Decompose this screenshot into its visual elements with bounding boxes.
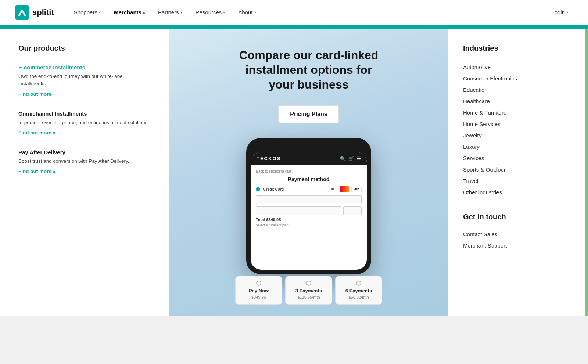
six-payments-radio	[356, 281, 361, 286]
payment-options: Pay Now $349.95 3 Payments $116.65/mth 6…	[235, 276, 382, 305]
chevron-icon: ▾	[223, 10, 225, 14]
industry-jewelry[interactable]: Jewelry	[463, 130, 570, 141]
pricing-plans-button[interactable]: Pricing Plans	[278, 105, 339, 123]
cart-icon: 🛒	[348, 156, 354, 161]
products-title: Our products	[18, 44, 150, 53]
chevron-icon: ▾	[254, 10, 256, 14]
pay-now-radio	[256, 281, 261, 286]
product-pay-after: Pay After Delivery Boost trust and conve…	[18, 149, 150, 174]
nav-merchants[interactable]: Merchants ▴	[109, 6, 150, 18]
card-logos: PP VISA	[328, 186, 362, 192]
mastercard-logo	[340, 186, 350, 192]
three-payments-sub: $116.65/mth	[297, 295, 320, 299]
phone-notch	[290, 143, 327, 150]
chevron-icon: ▾	[99, 10, 101, 14]
six-payments-sub: $58.32/mth	[348, 295, 369, 299]
contact-list: Contact Sales Merchant Support	[463, 228, 570, 251]
product-ecommerce-desc: Own the end-to-end journey with our whit…	[18, 73, 150, 88]
paypal-logo: PP	[328, 186, 338, 192]
search-icon: 🔍	[340, 156, 345, 161]
industry-other[interactable]: Other industries	[463, 187, 570, 198]
phone-icons: 🔍 🛒 ☰	[340, 156, 361, 161]
center-panel: Compare our card-linked installment opti…	[169, 29, 448, 316]
product-omnichannel: Omnichannel Installments In-person, over…	[18, 111, 150, 136]
card-number-row	[256, 195, 362, 204]
logo-icon	[15, 5, 29, 20]
pay-now-sub: $349.95	[251, 295, 266, 299]
menu-icon: ☰	[357, 156, 361, 161]
industry-list: Automotive Consumer Electronics Educatio…	[463, 61, 570, 198]
merchant-support[interactable]: Merchant Support	[463, 240, 570, 251]
three-payments-radio	[306, 281, 311, 286]
cvv-input[interactable]	[343, 206, 362, 215]
industry-consumer-electronics[interactable]: Consumer Electronics	[463, 73, 570, 84]
green-accent-bar	[585, 29, 588, 316]
nav-partners[interactable]: Partners ▾	[153, 6, 187, 18]
center-headline: Compare our card-linked installment opti…	[239, 48, 379, 92]
product-pay-after-desc: Boost trust and conversion with Pay Afte…	[18, 158, 150, 165]
find-more-pay-after[interactable]: Find out more »	[18, 169, 55, 174]
industry-home-services[interactable]: Home Services	[463, 118, 570, 130]
chevron-icon: ▴	[143, 10, 145, 14]
back-link: Back to shopping cart	[256, 169, 362, 173]
logo[interactable]: splitit	[15, 5, 54, 20]
teal-bar	[0, 25, 588, 29]
industry-travel[interactable]: Travel	[463, 175, 570, 187]
phone-screen: TECKOS 🔍 🛒 ☰ Back to shopping cart Payme…	[251, 152, 367, 270]
product-pay-after-name: Pay After Delivery	[18, 149, 150, 155]
payment-title: Payment method	[256, 176, 362, 182]
login-button[interactable]: Login ▾	[546, 6, 573, 18]
nav-links: Shoppers ▾ Merchants ▴ Partners ▾ Resour…	[69, 6, 546, 18]
product-omnichannel-name: Omnichannel Installments	[18, 111, 150, 117]
phone-header: TECKOS 🔍 🛒 ☰	[251, 152, 367, 165]
product-ecommerce: E-commerce Installments Own the end-to-e…	[18, 64, 150, 97]
product-omnichannel-desc: In-person, over-the-phone, and online in…	[18, 119, 150, 126]
cc-label: Credit Card	[263, 187, 284, 191]
chevron-icon: ▾	[180, 10, 182, 14]
industry-healthcare[interactable]: Healthcare	[463, 95, 570, 107]
phone-outer: TECKOS 🔍 🛒 ☰ Back to shopping cart Payme…	[246, 138, 371, 274]
find-more-ecommerce[interactable]: Find out more »	[18, 91, 55, 97]
navbar: splitit Shoppers ▾ Merchants ▴ Partners …	[0, 0, 588, 25]
total-line: Total $349.95	[256, 217, 362, 222]
find-more-omnichannel[interactable]: Find out more »	[18, 130, 55, 136]
left-panel: Our products E-commerce Installments Own…	[0, 29, 169, 316]
industry-education[interactable]: Education	[463, 84, 570, 95]
mega-menu: Our products E-commerce Installments Own…	[0, 29, 588, 316]
card-number-input[interactable]	[256, 195, 362, 204]
expiry-input[interactable]	[256, 206, 341, 215]
industry-sports-outdoor[interactable]: Sports & Outdoor	[463, 164, 570, 175]
store-name: TECKOS	[257, 156, 281, 161]
phone-mockup: TECKOS 🔍 🛒 ☰ Back to shopping cart Payme…	[246, 138, 371, 274]
get-in-touch-title: Get in touch	[463, 213, 570, 221]
industry-home-furniture[interactable]: Home & Furniture	[463, 107, 570, 118]
nav-shoppers[interactable]: Shoppers ▾	[69, 6, 106, 18]
nav-about[interactable]: About ▾	[233, 6, 261, 18]
phone-content: Back to shopping cart Payment method Cre…	[251, 165, 367, 234]
contact-sales[interactable]: Contact Sales	[463, 228, 570, 240]
nav-resources[interactable]: Resources ▾	[190, 6, 230, 18]
six-payments-label: 6 Payments	[338, 288, 379, 293]
industries-title: Industries	[463, 44, 570, 53]
radio-selected	[256, 187, 260, 191]
product-ecommerce-name: E-commerce Installments	[18, 64, 150, 71]
industry-services[interactable]: Services	[463, 152, 570, 164]
select-plan-label: Select a payment plan:	[256, 223, 362, 227]
payment-row-cc: Credit Card PP VISA	[256, 186, 362, 192]
industry-automotive[interactable]: Automotive	[463, 61, 570, 73]
chevron-icon: ▾	[566, 10, 568, 14]
six-payments-option[interactable]: 6 Payments $58.32/mth	[335, 276, 382, 305]
pay-now-option[interactable]: Pay Now $349.95	[235, 276, 282, 305]
visa-logo: VISA	[351, 186, 362, 192]
right-panel: Industries Automotive Consumer Electroni…	[448, 29, 588, 316]
card-expiry-row	[256, 206, 362, 215]
three-payments-label: 3 Payments	[288, 288, 329, 293]
pay-now-label: Pay Now	[239, 288, 279, 293]
logo-text: splitit	[32, 8, 54, 17]
three-payments-option[interactable]: 3 Payments $116.65/mth	[285, 276, 332, 305]
industry-luxury[interactable]: Luxury	[463, 141, 570, 152]
